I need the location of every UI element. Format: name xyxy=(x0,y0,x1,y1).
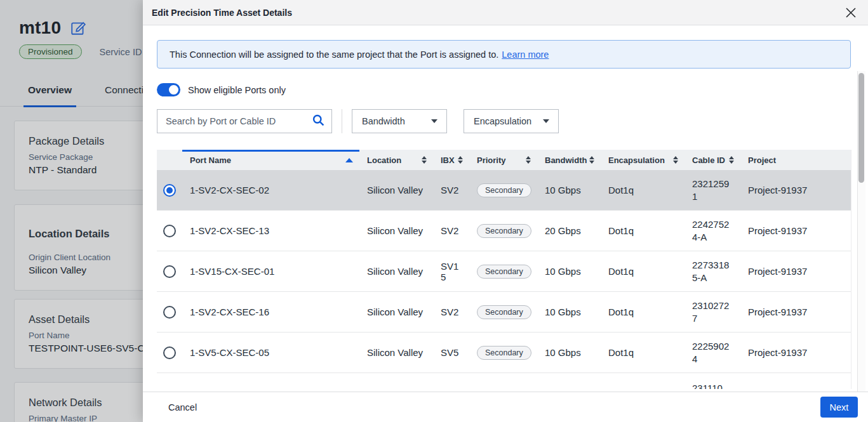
table-body: 1-SV2-CX-SEC-02 Silicon Valley SV2 Secon… xyxy=(157,170,851,389)
sort-icon[interactable] xyxy=(673,156,678,164)
cell-encapsulation xyxy=(601,373,684,382)
cell-cable-id: 231110 xyxy=(684,373,740,389)
cell-cable-id: 23102727 xyxy=(684,300,740,324)
cell-project: Project-91937 xyxy=(740,307,851,317)
table-row[interactable]: 1-SV5-CX-SEC-05 Silicon Valley SV5 Secon… xyxy=(157,333,851,373)
toggle-knob xyxy=(168,84,180,96)
modal-body: This Connection will be assigned to the … xyxy=(143,25,868,392)
bandwidth-filter-label: Bandwidth xyxy=(362,116,405,126)
cell-location: Silicon Valley xyxy=(359,347,433,358)
info-banner-text: This Connection will be assigned to the … xyxy=(170,49,498,60)
cell-location: Silicon Valley xyxy=(359,307,433,317)
cell-cable-id: 22259024 xyxy=(684,340,740,365)
cell-project: Project-91937 xyxy=(740,347,851,358)
cell-bandwidth: 20 Gbps xyxy=(537,225,601,236)
sort-icon[interactable] xyxy=(589,156,594,164)
cell-encapsulation: Dot1q xyxy=(601,347,684,358)
column-header-ibx[interactable]: IBX xyxy=(433,150,469,170)
cell-ibx: SV2 xyxy=(433,225,469,236)
ports-table: Port Name Location IBX Priority Bandwidt… xyxy=(157,150,851,389)
encapsulation-filter-dropdown[interactable]: Encapsulation xyxy=(464,109,559,133)
port-search-box xyxy=(157,109,332,133)
cell-port-name: 1-SV5-CX-SEC-05 xyxy=(182,347,359,358)
search-input[interactable] xyxy=(166,116,312,126)
row-radio[interactable] xyxy=(163,225,176,237)
modal-header: Edit Precision Time Asset Details xyxy=(143,0,868,25)
cell-bandwidth: 10 Gbps xyxy=(537,347,601,358)
cell-port-name xyxy=(182,373,359,382)
cell-bandwidth xyxy=(537,373,601,382)
priority-badge: Secondary xyxy=(477,346,531,360)
column-header-priority[interactable]: Priority xyxy=(469,150,537,170)
cell-bandwidth: 10 Gbps xyxy=(537,266,601,277)
cell-port-name: 1-SV15-CX-SEC-01 xyxy=(182,266,359,277)
cell-cable-id: 23212591 xyxy=(684,178,740,202)
table-row[interactable]: 1-SV2-CX-SEC-02 Silicon Valley SV2 Secon… xyxy=(157,170,851,211)
cell-bandwidth: 10 Gbps xyxy=(537,307,601,317)
priority-badge: Secondary xyxy=(477,183,531,197)
cell-encapsulation: Dot1q xyxy=(601,185,684,195)
column-header-bandwidth[interactable]: Bandwidth xyxy=(537,150,601,170)
sort-icon[interactable] xyxy=(729,156,734,164)
table-row[interactable]: 1-SV15-CX-SEC-01 Silicon Valley SV15 Sec… xyxy=(157,251,851,292)
cell-cable-id: 22427524-A xyxy=(684,218,740,243)
priority-badge: Secondary xyxy=(477,305,531,319)
cell-port-name: 1-SV2-CX-SEC-16 xyxy=(182,307,359,317)
cell-ibx: SV2 xyxy=(433,185,469,195)
cell-location xyxy=(359,373,433,382)
next-button[interactable]: Next xyxy=(820,397,858,418)
column-header-cable-id[interactable]: Cable ID xyxy=(684,150,740,170)
cell-location: Silicon Valley xyxy=(359,185,433,195)
eligible-ports-toggle[interactable] xyxy=(157,83,180,96)
learn-more-link[interactable]: Learn more xyxy=(502,49,549,60)
cell-ibx: SV2 xyxy=(433,307,469,317)
cell-location: Silicon Valley xyxy=(359,266,433,277)
chevron-down-icon xyxy=(431,119,437,123)
cell-project xyxy=(740,373,851,382)
edit-asset-modal: Edit Precision Time Asset Details This C… xyxy=(143,0,868,422)
bandwidth-filter-dropdown[interactable]: Bandwidth xyxy=(352,109,447,133)
cell-ibx: SV15 xyxy=(433,261,469,282)
table-row[interactable]: 231110 xyxy=(157,373,851,389)
table-row[interactable]: 1-SV2-CX-SEC-13 Silicon Valley SV2 Secon… xyxy=(157,211,851,251)
close-icon[interactable] xyxy=(843,4,859,21)
cell-port-name: 1-SV2-CX-SEC-13 xyxy=(182,225,359,236)
sort-icon[interactable] xyxy=(526,156,531,164)
cell-project: Project-91937 xyxy=(740,185,851,195)
row-radio[interactable] xyxy=(163,184,176,197)
row-radio[interactable] xyxy=(163,265,176,278)
encapsulation-filter-label: Encapsulation xyxy=(474,116,531,126)
priority-badge: Secondary xyxy=(477,265,531,279)
scrollbar-track[interactable] xyxy=(857,71,865,417)
chevron-down-icon xyxy=(543,119,549,123)
cell-encapsulation: Dot1q xyxy=(601,225,684,236)
sort-icon[interactable] xyxy=(458,156,463,164)
row-radio[interactable] xyxy=(163,346,176,359)
cancel-button[interactable]: Cancel xyxy=(168,402,197,412)
column-header-project: Project xyxy=(740,150,851,170)
sort-icon[interactable] xyxy=(422,156,427,164)
search-icon[interactable] xyxy=(312,114,325,129)
cell-encapsulation: Dot1q xyxy=(601,266,684,277)
cell-ibx xyxy=(433,373,469,382)
priority-badge: Secondary xyxy=(477,224,531,238)
cell-ibx: SV5 xyxy=(433,347,469,358)
radio-column-header xyxy=(157,150,182,170)
modal-title: Edit Precision Time Asset Details xyxy=(152,8,292,18)
filter-divider xyxy=(342,109,342,133)
table-row[interactable]: 1-SV2-CX-SEC-16 Silicon Valley SV2 Secon… xyxy=(157,292,851,333)
scrollbar-thumb[interactable] xyxy=(858,73,864,183)
row-radio[interactable] xyxy=(163,306,176,319)
cell-location: Silicon Valley xyxy=(359,225,433,236)
cell-bandwidth: 10 Gbps xyxy=(537,185,601,195)
column-header-encapsulation[interactable]: Encapsulation xyxy=(601,150,684,170)
column-header-location[interactable]: Location xyxy=(359,150,433,170)
cell-encapsulation: Dot1q xyxy=(601,307,684,317)
cell-project: Project-91937 xyxy=(740,266,851,277)
column-header-port-name[interactable]: Port Name xyxy=(182,150,359,170)
table-header-row: Port Name Location IBX Priority Bandwidt… xyxy=(157,150,851,170)
cell-port-name: 1-SV2-CX-SEC-02 xyxy=(182,185,359,195)
sort-asc-icon[interactable] xyxy=(345,158,353,162)
info-banner: This Connection will be assigned to the … xyxy=(157,40,851,69)
cell-project: Project-91937 xyxy=(740,225,851,236)
